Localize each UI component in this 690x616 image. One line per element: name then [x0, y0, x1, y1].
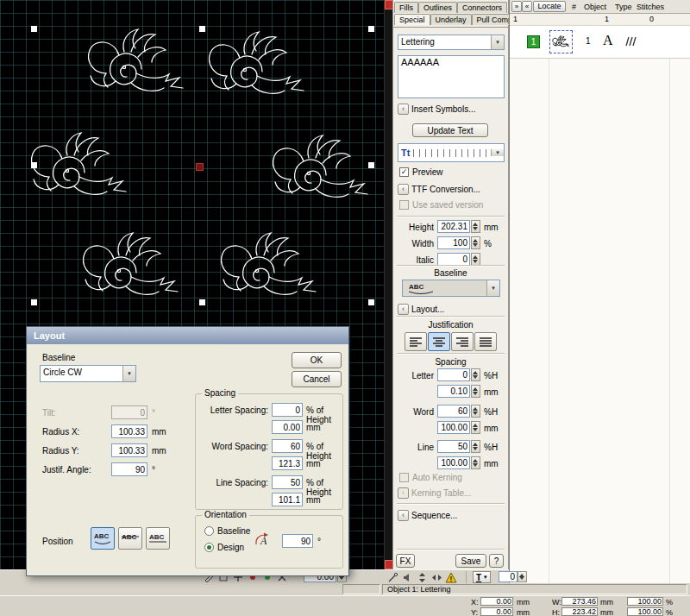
- save-button[interactable]: Save: [455, 554, 486, 568]
- justif-angle-input[interactable]: [111, 462, 147, 476]
- baseline-style-select[interactable]: ABC ▾: [402, 280, 500, 297]
- word-spacing-mm-input[interactable]: [272, 456, 303, 470]
- cancel-button[interactable]: Cancel: [292, 371, 342, 387]
- orientation-angle-input[interactable]: [282, 534, 313, 548]
- embroidery-design[interactable]: [84, 233, 178, 294]
- update-text-button[interactable]: Update Text: [412, 123, 488, 137]
- selection-handle[interactable]: [368, 299, 374, 305]
- layout-expander-icon[interactable]: ‹: [398, 304, 409, 315]
- line-spacing-mm-input[interactable]: [437, 456, 470, 469]
- height-input[interactable]: [437, 220, 470, 233]
- radius-y-input[interactable]: [111, 443, 147, 457]
- insert-symbols-expander-icon[interactable]: ‹: [398, 104, 409, 115]
- word-spacing-mm-input[interactable]: [437, 421, 470, 434]
- embroidery-design[interactable]: [210, 32, 304, 93]
- italic-input[interactable]: [437, 253, 470, 266]
- canvas-vertical-scrollbar[interactable]: [384, 0, 392, 569]
- word-spacing-pct-input[interactable]: [437, 405, 470, 418]
- tab-connectors[interactable]: Connectors: [457, 2, 507, 13]
- ok-button[interactable]: OK: [292, 352, 342, 368]
- line-spacing-pct-input[interactable]: [272, 475, 303, 489]
- up-down-arrows-icon[interactable]: [416, 571, 428, 583]
- w-input[interactable]: [561, 597, 598, 606]
- letter-size-slider[interactable]: Tt ▾: [398, 143, 505, 162]
- position-arc-baseline-button[interactable]: ABC: [91, 527, 115, 550]
- lettering-type-select[interactable]: Lettering ▾: [398, 35, 505, 50]
- h-input[interactable]: [561, 607, 598, 616]
- letter-spacing-mm-input[interactable]: [272, 420, 303, 434]
- tab-fills[interactable]: Fills: [394, 2, 418, 13]
- chevron-down-icon[interactable]: ▾: [486, 280, 499, 296]
- line-spacing-mm-input[interactable]: [272, 493, 303, 506]
- x-input[interactable]: [480, 597, 513, 606]
- orientation-baseline-radio[interactable]: Baseline: [204, 526, 250, 536]
- chevron-down-icon[interactable]: ▾: [122, 366, 135, 381]
- dialog-title-bar[interactable]: Layout: [27, 327, 348, 344]
- selection-handle[interactable]: [199, 299, 205, 305]
- locate-button[interactable]: Locate: [533, 1, 566, 12]
- lettering-text-input[interactable]: AAAAAA: [398, 55, 505, 98]
- selection-handle[interactable]: [368, 26, 374, 32]
- y-input[interactable]: [480, 607, 513, 616]
- line-spacing-mm-spinner[interactable]: [471, 456, 480, 469]
- height-spinner[interactable]: [471, 220, 480, 233]
- radius-x-input[interactable]: [111, 424, 147, 438]
- insert-symbols-label[interactable]: Insert Symbols...: [411, 104, 475, 114]
- line-spacing-pct-spinner[interactable]: [471, 440, 480, 453]
- slider-ticks[interactable]: [413, 149, 487, 157]
- letter-spacing-pct-input[interactable]: [272, 403, 303, 417]
- letter-spacing-pct-input[interactable]: [437, 368, 470, 381]
- justify-left-button[interactable]: [405, 332, 427, 351]
- selection-handle[interactable]: [31, 162, 37, 168]
- embroidery-design[interactable]: [32, 133, 126, 194]
- object-thumbnail[interactable]: [549, 30, 573, 53]
- embroidery-design[interactable]: [89, 29, 183, 91]
- lettering-count-spinner[interactable]: [518, 571, 527, 582]
- position-flat-baseline-button[interactable]: ABC: [146, 527, 170, 550]
- justify-center-button[interactable]: [428, 332, 450, 351]
- selection-handle[interactable]: [199, 26, 205, 32]
- justify-full-button[interactable]: [474, 332, 497, 351]
- orientation-design-radio[interactable]: Design: [204, 543, 244, 552]
- word-spacing-pct-input[interactable]: [272, 439, 303, 453]
- selection-handle[interactable]: [31, 26, 37, 32]
- speaker-icon[interactable]: [401, 571, 413, 583]
- object-color-badge[interactable]: 1: [527, 35, 540, 48]
- embroidery-design[interactable]: [273, 135, 367, 197]
- baseline-select[interactable]: Circle CW ▾: [40, 365, 136, 382]
- ttf-conversion-label[interactable]: TTF Conversion...: [411, 185, 480, 194]
- collapse-right-icon[interactable]: »: [511, 1, 522, 12]
- preview-checkbox[interactable]: ✓ Preview: [399, 167, 443, 177]
- scale-x-input[interactable]: [627, 597, 663, 606]
- width-input[interactable]: [437, 236, 470, 249]
- chevron-down-icon[interactable]: ▾: [491, 149, 504, 156]
- design-center-marker[interactable]: [196, 163, 204, 171]
- sequence-expander-icon[interactable]: ‹: [398, 510, 409, 521]
- objects-list-area[interactable]: [510, 59, 690, 583]
- ttf-conversion-expander-icon[interactable]: ‹: [398, 184, 409, 195]
- tab-underlay[interactable]: Underlay: [430, 14, 472, 25]
- selection-handle[interactable]: [368, 162, 374, 168]
- layout-label[interactable]: Layout...: [411, 305, 444, 314]
- italic-spinner[interactable]: [471, 253, 480, 266]
- help-button[interactable]: ?: [489, 554, 504, 568]
- tab-special[interactable]: Special: [394, 14, 430, 25]
- lettering-count-input[interactable]: [499, 571, 518, 582]
- letter-spacing-mm-spinner[interactable]: [471, 385, 480, 398]
- position-mid-baseline-button[interactable]: ABC: [118, 527, 142, 550]
- fx-button[interactable]: FX: [396, 554, 415, 568]
- justify-right-button[interactable]: [451, 332, 474, 351]
- selection-handle[interactable]: [31, 299, 37, 305]
- collapse-left-icon[interactable]: «: [522, 1, 532, 12]
- needle-icon[interactable]: [386, 571, 398, 583]
- lettering-tool-select[interactable]: T ▾: [473, 571, 491, 583]
- letter-spacing-mm-input[interactable]: [437, 385, 470, 398]
- line-spacing-pct-input[interactable]: [437, 440, 470, 453]
- width-spinner[interactable]: [471, 236, 480, 249]
- chevron-down-icon[interactable]: ▾: [491, 35, 504, 49]
- scale-y-input[interactable]: [627, 607, 663, 616]
- sequence-label[interactable]: Sequence...: [411, 511, 457, 520]
- word-spacing-pct-spinner[interactable]: [471, 405, 480, 418]
- embroidery-design[interactable]: [222, 233, 316, 294]
- letter-spacing-pct-spinner[interactable]: [471, 368, 480, 381]
